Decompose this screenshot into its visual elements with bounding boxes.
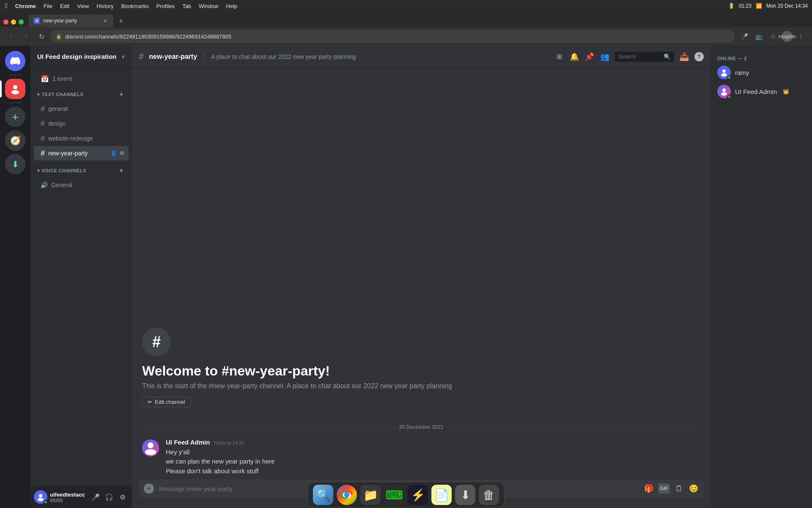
voice-channel-general[interactable]: 🔊 General — [34, 178, 129, 192]
welcome-hash-icon: # — [142, 328, 171, 356]
menu-profiles[interactable]: Profiles — [156, 3, 175, 9]
server-icon-download[interactable]: ⬇ — [5, 154, 25, 174]
incognito-label: Incognito — [779, 34, 796, 39]
discord-home-button[interactable] — [5, 51, 25, 71]
macos-dock: 🔍 📁 ⌨ ⚡ 📄 ⬇ 🗑 — [307, 482, 505, 508]
menu-file[interactable]: File — [44, 3, 52, 9]
cast-button[interactable]: 📺 — [753, 30, 765, 42]
add-member-icon[interactable]: 👤 — [110, 150, 117, 157]
hash-icon-new-year-party: # — [41, 149, 45, 158]
voice-channel-name-general: General — [51, 182, 72, 188]
calendar-icon: 📅 — [41, 75, 49, 83]
more-button[interactable]: ⋮ — [795, 30, 807, 42]
dock-finder[interactable]: 🔍 — [313, 485, 333, 505]
channel-item-new-year-party[interactable]: # new-year-party 👤 ⚙ — [34, 146, 129, 160]
menu-help[interactable]: Help — [226, 3, 237, 9]
server-icon-explore[interactable]: 🧭 — [5, 130, 25, 151]
menu-edit[interactable]: Edit — [60, 3, 69, 9]
dock-trash[interactable]: 🗑 — [479, 485, 499, 505]
minimize-window-btn[interactable] — [11, 19, 16, 25]
chat-area: # Welcome to #new-year-party! This is th… — [132, 68, 710, 479]
sidebar-event-item[interactable]: 📅 1 event — [34, 72, 129, 86]
message-line-3: Please don't talk about work stuff — [166, 467, 700, 476]
attach-file-button[interactable]: + — [144, 483, 154, 494]
user-discriminator: #8205 — [50, 498, 87, 503]
mute-microphone-btn[interactable]: 🎤 — [90, 491, 102, 503]
member-avatar-ramy — [717, 66, 731, 79]
channel-sidebar: UI Feed design inspiration ∨ 📅 1 event ▾… — [30, 46, 132, 508]
new-tab-button[interactable]: + — [115, 15, 127, 27]
server-name-header[interactable]: UI Feed design inspiration ∨ — [30, 46, 132, 68]
date-divider-left-line — [142, 427, 396, 427]
forward-button[interactable]: › — [20, 30, 32, 42]
user-avatar[interactable] — [34, 490, 47, 504]
dock-notes[interactable]: 📄 — [431, 485, 452, 505]
message-author-avatar[interactable] — [142, 439, 159, 456]
channel-header: # new-year-party A place to chat about o… — [132, 46, 710, 68]
address-bar[interactable]: 🔒 discord.com/channels/92249118030915998… — [51, 30, 735, 43]
gif-btn[interactable]: GIF — [658, 483, 670, 494]
member-item-uifeedadmin[interactable]: UI Feed Admin 👑 — [714, 82, 809, 101]
channel-search[interactable]: Search 🔍 — [615, 52, 674, 62]
menu-window[interactable]: Window — [199, 3, 218, 9]
dock-terminal[interactable]: ⌨ — [384, 485, 404, 505]
inbox-btn[interactable]: 📥 — [679, 52, 689, 62]
user-footer: uifeedtestacc #8205 🎤 🎧 ⚙ — [30, 486, 132, 508]
svg-point-1 — [11, 90, 19, 94]
menu-history[interactable]: History — [96, 3, 113, 9]
bookmark-button[interactable]: ☆ — [767, 30, 779, 42]
server-avatar-uifeed — [5, 79, 25, 99]
members-sidebar: ONLINE — 2 ramy UI Feed Admin 👑 — [710, 46, 812, 508]
dock-bolt[interactable]: ⚡ — [408, 485, 428, 505]
edit-channel-button[interactable]: ✏ Edit channel — [142, 397, 191, 407]
apple-logo:  — [5, 2, 8, 10]
maximize-window-btn[interactable] — [19, 19, 24, 25]
menu-view[interactable]: View — [77, 3, 89, 9]
channel-item-general[interactable]: # general — [34, 102, 129, 116]
add-voice-channel-btn[interactable]: + — [118, 167, 125, 174]
channel-header-name: new-year-party — [149, 53, 197, 61]
menu-chrome[interactable]: Chrome — [15, 3, 36, 9]
dock-files[interactable]: 📁 — [360, 485, 381, 505]
pinned-btn[interactable]: 📌 — [584, 52, 595, 62]
message-author-name[interactable]: UI Feed Admin — [166, 439, 210, 446]
channel-header-hash-icon: # — [139, 51, 144, 62]
browser-chrome: d new-year-party ✕ + ‹ › ↻ 🔒 discord.com… — [0, 12, 812, 46]
sticker-btn[interactable]: 🗒 — [674, 483, 684, 494]
members-list-btn[interactable]: 👥 — [600, 52, 610, 62]
menu-bookmarks[interactable]: Bookmarks — [121, 3, 149, 9]
text-channels-section[interactable]: ▾ TEXT CHANNELS + — [34, 88, 129, 101]
microphone-button[interactable]: 🎤 — [738, 30, 750, 42]
settings-icon[interactable]: ⚙ — [118, 150, 125, 157]
channel-item-website-redesign[interactable]: # website-redesign — [34, 131, 129, 146]
user-name-tag: uifeedtestacc #8205 — [50, 491, 87, 503]
user-settings-btn[interactable]: ⚙ — [117, 491, 129, 503]
browser-tab[interactable]: d new-year-party ✕ — [29, 14, 113, 27]
deafen-btn[interactable]: 🎧 — [103, 491, 115, 503]
message-line-1: Hey y'all — [166, 447, 700, 457]
tab-close-btn[interactable]: ✕ — [102, 17, 108, 24]
member-item-ramy[interactable]: ramy — [714, 63, 809, 82]
tab-bar: d new-year-party ✕ + — [0, 12, 812, 27]
server-separator-2 — [8, 102, 22, 103]
notification-settings-btn[interactable]: 🔔 — [569, 52, 579, 62]
browser-toolbar: ‹ › ↻ 🔒 discord.com/channels/92249118030… — [0, 27, 812, 46]
voice-channels-section[interactable]: ▾ VOICE CHANNELS + — [34, 164, 129, 177]
incognito-avatar[interactable]: Incognito — [782, 31, 793, 42]
refresh-button[interactable]: ↻ — [36, 30, 47, 42]
add-text-channel-btn[interactable]: + — [118, 91, 125, 98]
date-divider-right-line — [447, 427, 700, 427]
help-btn[interactable]: ? — [694, 52, 704, 61]
battery-time: 01:23 — [739, 3, 752, 9]
emoji-btn[interactable]: 😊 — [689, 483, 699, 494]
server-icon-add[interactable]: + — [5, 107, 25, 127]
menu-tab[interactable]: Tab — [182, 3, 191, 9]
gift-icon-btn[interactable]: 🎁 — [644, 483, 654, 494]
pinned-messages-btn[interactable]: ⊞ — [554, 52, 564, 62]
dock-chrome[interactable] — [337, 485, 357, 505]
back-button[interactable]: ‹ — [5, 30, 17, 42]
dock-downloads[interactable]: ⬇ — [455, 485, 475, 505]
close-window-btn[interactable] — [3, 19, 8, 25]
channel-item-design[interactable]: # design — [34, 116, 129, 131]
server-icon-uifeed[interactable] — [5, 79, 25, 99]
